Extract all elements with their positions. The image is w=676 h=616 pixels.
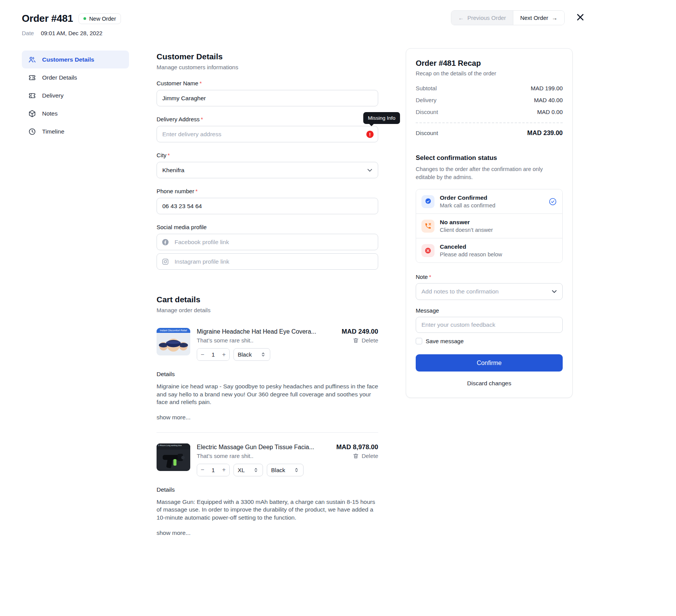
color-select[interactable]: Black [267,464,304,476]
facebook-link-input[interactable] [157,234,378,250]
facebook-icon [162,238,169,246]
details-label: Details [157,486,378,493]
show-more-link[interactable]: show more... [157,530,191,536]
arrow-right-icon: → [552,15,557,21]
status-option-no-answer[interactable]: No answer Client doesn’t answer [416,213,562,238]
previous-order-button[interactable]: ← Previous Order [451,11,513,25]
product-price: MAD 249.00 [342,328,378,336]
quantity-increase-button[interactable]: + [219,349,229,360]
badge-check-icon [421,195,434,208]
city-select-value: Khenifra [162,167,185,174]
recap-title: Order #481 Recap [416,59,563,68]
status-badge-label: New Order [89,16,116,22]
sidebar-item-label: Customers Details [42,56,94,63]
close-icon [576,13,585,22]
delete-item-button[interactable]: Delete [353,453,378,459]
product-image-migraine-hat: Instant Discomfort Relief [157,328,190,355]
sidebar-item-customers-details[interactable]: Customers Details [22,51,129,68]
cart-details-title: Cart details [157,295,378,304]
date-value: 09:01 AM, Dec 28, 2022 [41,30,103,36]
cart-item: Instant Discomfort Relief Migraine Heada… [157,328,378,361]
status-option-order-confirmed[interactable]: Order Confirmed Mark call as confirmed [416,189,562,213]
save-message-label: Save message [426,338,464,344]
phone-missed-icon [421,220,434,233]
delivery-ticket-icon [28,91,36,100]
arrow-left-icon: ← [458,15,464,21]
sidebar-item-label: Notes [42,110,58,117]
product-description: Migraine ice head wrap - Say goodbye to … [157,383,378,406]
confirmation-status-title: Select confirmation status [416,154,563,162]
sidebar-item-delivery[interactable]: Delivery [22,86,129,104]
cart-details-section: Cart details Manage order details Instan… [157,295,378,536]
summary-row-subtotal: Subtotal MAD 199.00 [416,85,563,91]
confirm-button[interactable]: Confirme [416,354,563,372]
quantity-decrease-button[interactable]: − [197,464,208,476]
note-label: Note* [416,274,563,280]
message-input[interactable] [416,317,563,333]
order-total-row: Discount MAD 239.00 [416,129,563,137]
save-message-row[interactable]: Save message [416,338,563,344]
size-select[interactable]: XL [233,464,263,476]
cart-item-divider [157,432,378,433]
instagram-icon [162,258,169,266]
svg-text:3-4hours Long working time: 3-4hours Long working time [158,444,182,447]
customer-name-field: Customer Name* [157,80,378,106]
note-select[interactable]: Add notes to the confirmation [416,283,563,300]
trash-icon [353,453,359,459]
phone-input[interactable] [157,198,378,214]
customer-details-section: Customer Details Manage customers inform… [157,52,378,270]
message-field: Message Save message [416,307,563,344]
delivery-address-field: Delivery Address* Missing Info ! [157,116,378,142]
color-select[interactable]: Black [233,348,270,361]
sidebar-item-timeline[interactable]: Timeline [22,122,129,140]
customer-name-input[interactable] [157,90,378,106]
save-message-checkbox[interactable] [416,338,422,344]
order-summary: Subtotal MAD 199.00 Delivery MAD 40.00 D… [416,85,563,115]
trash-icon [353,337,359,344]
status-option-title: No answer [440,219,493,226]
cart-item: 3-4hours Long working time Electric Mass… [157,443,378,476]
product-name: Migraine Headache Hat Head Eye Covera... [197,328,316,335]
status-option-canceled[interactable]: Canceled Please add reason below [416,238,562,262]
quantity-decrease-button[interactable]: − [197,349,208,360]
discard-changes-button[interactable]: Discard changes [416,380,563,387]
customer-name-label: Customer Name* [157,80,378,86]
next-order-button[interactable]: Next Order → [513,11,564,25]
required-asterisk: * [199,80,202,86]
status-option-title: Order Confirmed [440,194,495,201]
social-media-label: Social media profile [157,224,378,230]
show-more-link[interactable]: show more... [157,414,191,421]
order-status-badge: New Order [78,13,121,24]
box-icon [28,109,36,118]
updown-icon [294,467,299,473]
color-select-value: Black [271,467,285,473]
quantity-stepper: − 1 + [197,348,230,361]
product-price: MAD 8,978.00 [336,443,378,451]
quantity-increase-button[interactable]: + [219,464,229,476]
sidebar-item-order-details[interactable]: Order Details [22,68,129,86]
delivery-address-input[interactable] [157,126,378,142]
instagram-link-input[interactable] [157,253,378,270]
section-sidebar: Customers Details Order Details Delivery… [22,51,129,140]
city-select[interactable]: Khenifra [157,162,378,178]
close-button[interactable] [575,12,586,23]
required-asterisk: * [429,274,431,280]
message-label: Message [416,307,563,314]
required-asterisk: * [201,116,203,122]
updown-icon [260,352,266,357]
recap-subtitle: Recap on the details of the order [416,70,563,77]
city-field: City* Khenifra [157,152,378,178]
ticket-icon [28,73,36,82]
details-label: Details [157,371,378,378]
status-dot-icon [83,17,86,20]
quantity-stepper: − 1 + [197,464,230,476]
selected-check-icon [549,197,557,206]
delete-item-button[interactable]: Delete [353,337,378,344]
order-pager: ← Previous Order Next Order → [451,10,565,25]
phone-field: Phone number* [157,188,378,214]
sidebar-item-label: Order Details [42,74,77,81]
status-option-subtitle: Please add reason below [440,251,502,257]
product-name: Electric Massage Gun Deep Tissue Facia..… [197,444,314,451]
page-title: Order #481 [22,13,73,24]
sidebar-item-notes[interactable]: Notes [22,104,129,122]
